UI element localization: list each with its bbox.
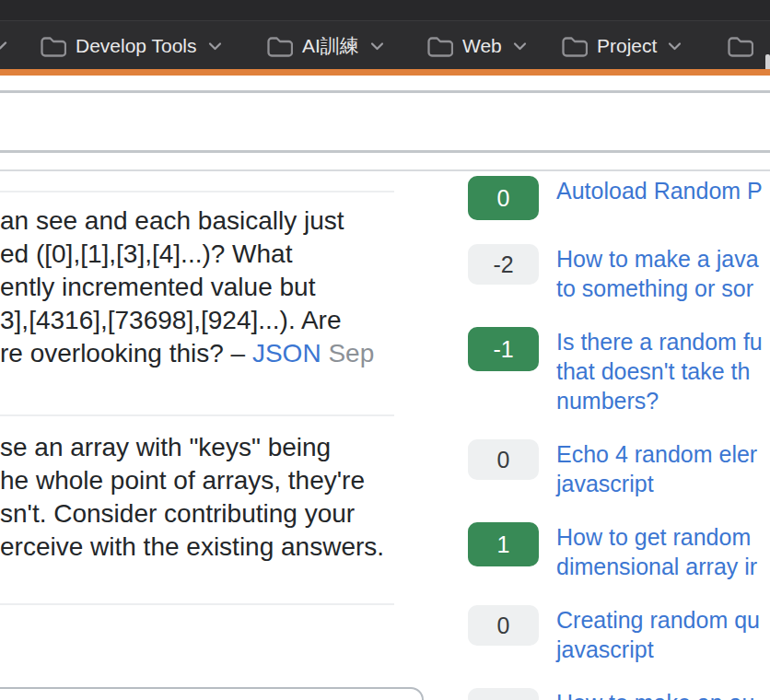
add-comment-input[interactable] bbox=[0, 687, 424, 700]
bookmark-folder-label: AI訓練 bbox=[302, 33, 359, 59]
comment-author-link[interactable]: JSON bbox=[252, 339, 321, 368]
related-question-item: 0 Echo 4 random eler javascript bbox=[468, 439, 770, 498]
chevron-down-icon bbox=[208, 41, 222, 51]
vote-count-badge: -1 bbox=[468, 327, 539, 371]
vote-count-badge: -2 bbox=[468, 244, 539, 285]
vote-count-badge: 0 bbox=[468, 176, 539, 220]
question-link[interactable]: How to get random dimensional array ir bbox=[556, 522, 757, 581]
vote-count-badge: 0 bbox=[468, 605, 539, 646]
bookmarks-bar: Develop Tools AI訓練 Web bbox=[0, 20, 770, 69]
comment-separator bbox=[0, 414, 394, 416]
folder-icon bbox=[265, 34, 293, 58]
related-question-item: 5 How to make an au bbox=[468, 688, 770, 700]
vote-count-badge: 0 bbox=[468, 439, 539, 480]
comment: se an array with "keys" being he whole p… bbox=[0, 431, 433, 564]
comment-text-line: ently incremented value but bbox=[0, 271, 433, 304]
question-link[interactable]: Is there a random fu that doesn't take t… bbox=[556, 327, 763, 415]
related-question-item: 1 How to get random dimensional array ir bbox=[468, 522, 770, 581]
window-titlebar bbox=[0, 0, 770, 20]
related-question-item: -2 How to make a java to something or so… bbox=[468, 244, 770, 303]
bookmark-folder-project[interactable]: Project bbox=[560, 21, 682, 70]
comment-text-line: he whole point of arrays, they're bbox=[0, 464, 433, 497]
chevron-down-icon bbox=[0, 21, 7, 70]
question-link[interactable]: Creating random qu javascript bbox=[556, 605, 760, 664]
comment-text-line: 3],[4316],[73698],[924]...). Are bbox=[0, 304, 433, 337]
comment-text-line: an see and each basically just bbox=[0, 204, 433, 238]
question-link[interactable]: How to make a java to something or sor bbox=[556, 244, 759, 303]
vote-count-badge: 5 bbox=[468, 688, 539, 700]
bookmark-folder-web[interactable]: Web bbox=[426, 21, 527, 70]
related-questions-list: 0 Autoload Random P -2 How to make a jav… bbox=[468, 176, 770, 700]
comment-separator bbox=[0, 191, 394, 192]
comment-text-line: erceive with the existing answers. bbox=[0, 531, 433, 564]
folder-icon bbox=[39, 34, 66, 58]
folder-icon bbox=[426, 34, 453, 58]
content-divider bbox=[0, 169, 770, 171]
vote-count-badge: 1 bbox=[468, 522, 539, 566]
bookmark-folder-ai-training[interactable]: AI訓練 bbox=[265, 21, 384, 70]
bookmark-folder-label: Develop Tools bbox=[76, 35, 197, 57]
bookmark-folder-develop-tools[interactable]: Develop Tools bbox=[39, 21, 222, 70]
bookmark-folder-label: Project bbox=[597, 35, 657, 57]
question-link[interactable]: Echo 4 random eler javascript bbox=[556, 439, 757, 498]
related-question-item: 0 Autoload Random P bbox=[468, 176, 770, 220]
comment: an see and each basically just ed ([0],[… bbox=[0, 204, 433, 370]
related-question-item: 0 Creating random qu javascript bbox=[468, 605, 770, 664]
chevron-down-icon bbox=[370, 41, 384, 51]
related-question-item: -1 Is there a random fu that doesn't tak… bbox=[468, 327, 770, 415]
question-link[interactable]: How to make an au bbox=[556, 688, 754, 700]
comment-text-line: ed ([0],[1],[3],[4]...)? What bbox=[0, 238, 433, 271]
comment-text-line: re overlooking this? – JSON Sep bbox=[0, 337, 433, 370]
question-link[interactable]: Autoload Random P bbox=[556, 176, 763, 205]
comment-date: Sep bbox=[328, 339, 374, 368]
comment-text-line: se an array with "keys" being bbox=[0, 431, 433, 464]
bookmark-folder-label: Web bbox=[462, 35, 502, 57]
chevron-down-icon bbox=[668, 41, 682, 51]
section-divider bbox=[0, 150, 770, 153]
orange-accent-line bbox=[0, 69, 770, 76]
folder-icon bbox=[560, 34, 588, 58]
browser-window: Develop Tools AI訓練 Web bbox=[0, 0, 770, 700]
bookmark-folder-clipped[interactable] bbox=[726, 21, 753, 70]
folder-icon bbox=[726, 34, 753, 58]
comment-separator bbox=[0, 603, 394, 605]
comment-text: re overlooking this? – bbox=[0, 339, 252, 368]
chevron-down-icon bbox=[513, 41, 527, 51]
comment-text-line: sn't. Consider contributing your bbox=[0, 497, 433, 531]
header-divider bbox=[0, 90, 770, 93]
